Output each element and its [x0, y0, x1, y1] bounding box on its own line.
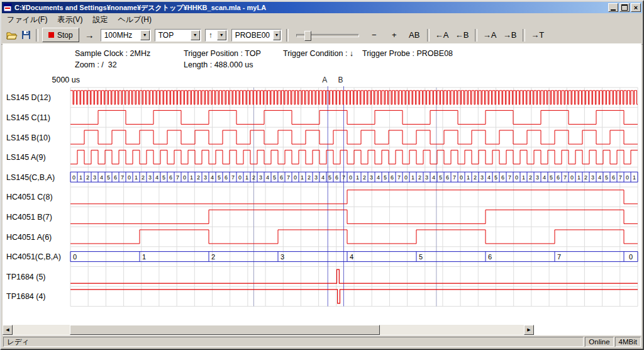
- bus-value: 3: [259, 174, 262, 181]
- chevron-down-icon[interactable]: ▼: [140, 30, 150, 40]
- bus-value: 0: [183, 174, 186, 181]
- bus-value: 1: [135, 174, 138, 181]
- zoom-in-button[interactable]: +: [384, 28, 404, 43]
- trigger-edge-select[interactable]: ↑ ▼: [205, 29, 228, 42]
- timeline-label: 5000 us: [52, 76, 80, 84]
- bus-value: 7: [287, 174, 290, 181]
- info-sample-clock: Sample Clock : 2MHz: [75, 49, 150, 58]
- bus-value: 7: [557, 253, 561, 261]
- digital-wave: [70, 91, 638, 104]
- bus-value: 3: [280, 253, 284, 261]
- sample-clock-value: 100MHz: [101, 31, 140, 40]
- channel-label: LS145 C(11): [6, 113, 50, 122]
- waveform-channel-10: TP1684 (4): [6, 290, 638, 303]
- waveform-channel-9: TP1684 (5): [6, 269, 638, 283]
- stop-button[interactable]: Stop: [42, 28, 79, 42]
- menu-view[interactable]: 表示(V): [52, 13, 87, 26]
- goto-cursor-b-button[interactable]: ←B: [452, 28, 472, 43]
- zoom-slider-handle[interactable]: [304, 31, 311, 41]
- scroll-right-button[interactable]: ▶: [524, 325, 534, 335]
- bus-value: 1: [301, 174, 304, 181]
- trigger-position-select[interactable]: TOP ▼: [155, 29, 201, 42]
- stop-icon: [48, 32, 54, 38]
- bus-value: 2: [308, 174, 311, 181]
- menu-bar: ファイル(F) 表示(V) 設定 ヘルプ(H): [1, 14, 643, 26]
- menu-help[interactable]: ヘルプ(H): [113, 13, 157, 26]
- bus-value: 4: [350, 253, 353, 261]
- maximize-button[interactable]: [619, 3, 630, 12]
- bus-value: 3: [425, 174, 428, 181]
- scroll-left-button[interactable]: ◀: [3, 325, 13, 335]
- menu-settings[interactable]: 設定: [87, 13, 113, 26]
- bus-value: 0: [238, 174, 242, 181]
- menu-file[interactable]: ファイル(F): [2, 13, 52, 26]
- run-arrow-icon: →: [85, 30, 94, 40]
- bus-value: 0: [570, 174, 574, 181]
- waveform-channel-8: HC4051(C,B,A)012345670: [6, 252, 638, 262]
- bus-value: 5: [218, 174, 221, 181]
- bus-value: 1: [245, 174, 248, 181]
- horizontal-scrollbar[interactable]: ◀ ▶: [3, 325, 534, 335]
- waveform-plot: 5000 usABLS145 D(12)LS145 C(11)LS145 B(1…: [3, 71, 641, 310]
- zoom-slider[interactable]: [296, 30, 359, 40]
- bus-value: 7: [508, 174, 511, 181]
- bus-value: 6: [557, 174, 560, 181]
- bus-value: 3: [370, 174, 373, 181]
- bus-value: 6: [169, 174, 172, 181]
- channel-label: LS145 D(12): [6, 93, 51, 102]
- channel-label: TP1684 (5): [6, 273, 46, 281]
- bus-value: 7: [176, 174, 179, 181]
- cursor-ab-button[interactable]: AB: [404, 28, 425, 43]
- toolbar-separator: [523, 29, 525, 42]
- bus-value: 4: [598, 174, 601, 181]
- bus-value: 4: [543, 174, 546, 181]
- info-trigger-condition: Trigger Condition : ↓: [283, 49, 353, 58]
- sample-clock-select[interactable]: 100MHz ▼: [101, 29, 151, 42]
- toolbar-separator: [36, 29, 38, 42]
- waveform-channel-7: HC4051 A(6): [6, 230, 638, 244]
- chevron-down-icon[interactable]: ▼: [217, 30, 226, 40]
- bus-value: 4: [155, 174, 158, 181]
- open-file-button[interactable]: [4, 28, 19, 42]
- set-cursor-b-button[interactable]: →B: [500, 28, 520, 43]
- bus-value: 7: [564, 174, 567, 181]
- bus-value: 3: [93, 174, 96, 181]
- bus-value: 7: [619, 174, 622, 181]
- toolbar-separator: [475, 29, 477, 42]
- toolbar-separator: [286, 29, 289, 42]
- set-cursor-a-button[interactable]: →A: [480, 28, 500, 43]
- zoom-out-button[interactable]: −: [364, 28, 384, 43]
- bus-value: 6: [335, 174, 338, 181]
- bus-value: 3: [314, 174, 318, 181]
- bus-value: 0: [626, 174, 629, 181]
- channel-label: HC4051 A(6): [6, 233, 52, 242]
- minimize-icon: [611, 9, 616, 11]
- bus-value: 4: [211, 174, 214, 181]
- waveform-channel-4: LS145(C,B,A)0123456701234567012345670123…: [6, 172, 638, 182]
- run-button[interactable]: →: [80, 28, 99, 42]
- bus-value: 6: [488, 253, 492, 261]
- goto-cursor-a-button[interactable]: ←A: [432, 28, 452, 43]
- scrollbar-thumb[interactable]: [70, 325, 380, 335]
- bus-value: 7: [397, 174, 401, 181]
- bus-value: 2: [363, 174, 366, 181]
- waveform-panel: Sample Clock : 2MHz Trigger Position : T…: [3, 43, 641, 336]
- bus-value: 6: [225, 174, 228, 181]
- save-button[interactable]: [19, 28, 33, 42]
- bus-value: 5: [439, 174, 442, 181]
- chevron-down-icon[interactable]: ▼: [273, 30, 280, 40]
- trigger-position-value: TOP: [155, 31, 191, 40]
- chevron-down-icon[interactable]: ▼: [191, 30, 200, 40]
- channel-label: HC4051 B(7): [6, 213, 52, 222]
- minimize-button[interactable]: [608, 3, 618, 12]
- bus-value: 2: [418, 174, 421, 181]
- probe-select[interactable]: PROBE00 ▼: [231, 29, 282, 42]
- bus-value: 0: [72, 174, 75, 181]
- bus-value: 3: [204, 174, 207, 181]
- bus-value: 0: [515, 174, 518, 181]
- waveform-channel-1: LS145 C(11): [6, 110, 638, 124]
- bus-value: 6: [612, 174, 615, 181]
- bus-value: 5: [605, 174, 608, 181]
- close-button[interactable]: ×: [631, 3, 641, 12]
- goto-trigger-button[interactable]: →T: [528, 28, 548, 43]
